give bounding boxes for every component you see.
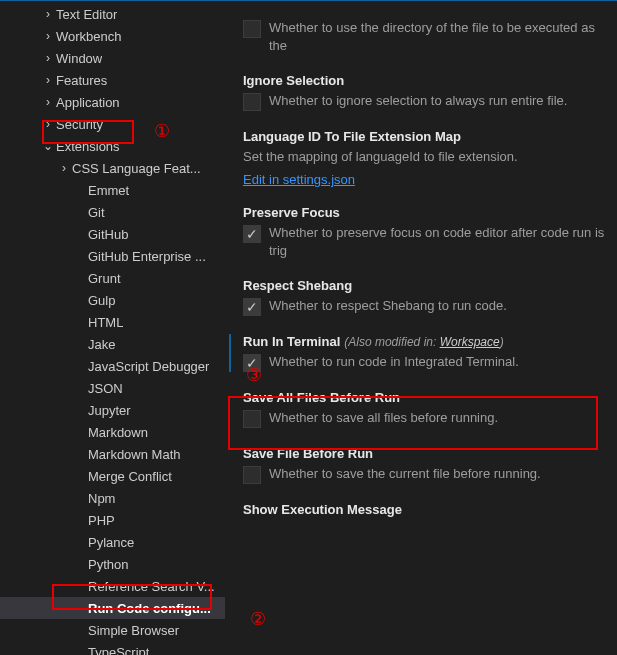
tree-item-label: Extensions [56, 139, 120, 154]
tree-item[interactable]: ›Simple Browser [0, 619, 225, 641]
chevron-right-icon: › [40, 51, 56, 65]
tree-item[interactable]: ›HTML [0, 311, 225, 333]
tree-item-label: Grunt [88, 271, 121, 286]
checkbox[interactable]: ✓ [243, 466, 261, 484]
setting-save-all-files: Save All Files Before Run✓Whether to sav… [243, 390, 607, 428]
tree-item-label: Workbench [56, 29, 122, 44]
checkbox[interactable]: ✓ [243, 225, 261, 243]
tree-item[interactable]: ›Merge Conflict [0, 465, 225, 487]
tree-item[interactable]: ›GitHub [0, 223, 225, 245]
tree-item-label: Merge Conflict [88, 469, 172, 484]
tree-item[interactable]: ›Markdown Math [0, 443, 225, 465]
setting-title-text: Ignore Selection [243, 73, 344, 88]
tree-item-label: JSON [88, 381, 123, 396]
setting-description: Whether to run code in Integrated Termin… [269, 353, 519, 371]
tree-item[interactable]: ⌄Extensions [0, 135, 225, 157]
tree-item[interactable]: ›Security [0, 113, 225, 135]
setting-title-text: Show Execution Message [243, 502, 402, 517]
tree-item-label: Python [88, 557, 128, 572]
setting-title: Save All Files Before Run [243, 390, 607, 405]
tree-item[interactable]: ›Pylance [0, 531, 225, 553]
setting-title-text: Language ID To File Extension Map [243, 129, 461, 144]
setting-cwd-file-dir: ✓Whether to use the directory of the fil… [243, 19, 607, 55]
setting-ignore-selection: Ignore Selection✓Whether to ignore selec… [243, 73, 607, 111]
settings-sidebar: ›Text Editor›Workbench›Window›Features›A… [0, 1, 225, 655]
checkbox[interactable]: ✓ [243, 298, 261, 316]
checkbox[interactable]: ✓ [243, 354, 261, 372]
setting-title-text: Save File Before Run [243, 446, 373, 461]
tree-item[interactable]: ›Markdown [0, 421, 225, 443]
tree-item[interactable]: ›Text Editor [0, 3, 225, 25]
tree-item-label: Text Editor [56, 7, 117, 22]
setting-description: Set the mapping of languageId to file ex… [243, 148, 607, 166]
tree-item[interactable]: ›Npm [0, 487, 225, 509]
setting-description: Whether to save all files before running… [269, 409, 498, 427]
setting-preserve-focus: Preserve Focus✓Whether to preserve focus… [243, 205, 607, 260]
setting-checkbox-row: ✓Whether to save all files before runnin… [243, 409, 607, 428]
tree-item[interactable]: ›CSS Language Feat... [0, 157, 225, 179]
tree-item[interactable]: ›PHP [0, 509, 225, 531]
setting-title: Preserve Focus [243, 205, 607, 220]
setting-show-exec-msg: Show Execution Message [243, 502, 607, 517]
checkbox[interactable]: ✓ [243, 20, 261, 38]
tree-item-label: CSS Language Feat... [72, 161, 201, 176]
tree-item[interactable]: ›Jake [0, 333, 225, 355]
tree-item[interactable]: ›Python [0, 553, 225, 575]
tree-item[interactable]: ›Reference Search V... [0, 575, 225, 597]
scope-link[interactable]: Workspace [440, 335, 500, 349]
tree-item[interactable]: ›Gulp [0, 289, 225, 311]
tree-item[interactable]: ›Window [0, 47, 225, 69]
tree-item[interactable]: ›Features [0, 69, 225, 91]
checkbox[interactable]: ✓ [243, 93, 261, 111]
setting-save-file: Save File Before Run✓Whether to save the… [243, 446, 607, 484]
setting-title-text: Run In Terminal [243, 334, 340, 349]
tree-item-label: Npm [88, 491, 115, 506]
settings-content: ✓Whether to use the directory of the fil… [225, 1, 617, 655]
tree-item-label: Gulp [88, 293, 115, 308]
edit-in-settings-json-link[interactable]: Edit in settings.json [243, 172, 355, 187]
tree-item-label: Simple Browser [88, 623, 179, 638]
tree-item-label: JavaScript Debugger [88, 359, 209, 374]
setting-run-in-terminal: Run In Terminal(Also modified in: Worksp… [229, 334, 607, 372]
tree-item[interactable]: ›Git [0, 201, 225, 223]
tree-item-label: Markdown Math [88, 447, 180, 462]
setting-description: Whether to save the current file before … [269, 465, 541, 483]
setting-title-text: Preserve Focus [243, 205, 340, 220]
setting-respect-shebang: Respect Shebang✓Whether to respect Sheba… [243, 278, 607, 316]
tree-item-label: HTML [88, 315, 123, 330]
tree-item[interactable]: ›Application [0, 91, 225, 113]
setting-description: Whether to ignore selection to always ru… [269, 92, 567, 110]
tree-item[interactable]: ›GitHub Enterprise ... [0, 245, 225, 267]
setting-checkbox-row: ✓Whether to run code in Integrated Termi… [243, 353, 607, 372]
tree-item[interactable]: ›JSON [0, 377, 225, 399]
setting-lang-id-map: Language ID To File Extension MapSet the… [243, 129, 607, 187]
tree-item-label: Security [56, 117, 103, 132]
setting-scope: (Also modified in: Workspace) [344, 335, 503, 349]
setting-title: Save File Before Run [243, 446, 607, 461]
tree-item-label: Git [88, 205, 105, 220]
tree-item[interactable]: ›TypeScript [0, 641, 225, 655]
tree-item[interactable]: ›Jupyter [0, 399, 225, 421]
tree-item[interactable]: ›Workbench [0, 25, 225, 47]
tree-item-label: Jupyter [88, 403, 131, 418]
tree-item-label: Markdown [88, 425, 148, 440]
tree-item[interactable]: ›Grunt [0, 267, 225, 289]
chevron-right-icon: › [56, 161, 72, 175]
setting-title-text: Save All Files Before Run [243, 390, 400, 405]
setting-checkbox-row: ✓Whether to preserve focus on code edito… [243, 224, 607, 260]
tree-item-label: Emmet [88, 183, 129, 198]
tree-item[interactable]: ›Emmet [0, 179, 225, 201]
setting-checkbox-row: ✓Whether to save the current file before… [243, 465, 607, 484]
chevron-right-icon: › [40, 29, 56, 43]
chevron-right-icon: › [40, 95, 56, 109]
tree-item-label: GitHub Enterprise ... [88, 249, 206, 264]
setting-description: Whether to respect Shebang to run code. [269, 297, 507, 315]
chevron-right-icon: › [40, 117, 56, 131]
tree-item-label: Pylance [88, 535, 134, 550]
checkbox[interactable]: ✓ [243, 410, 261, 428]
tree-item-label: Reference Search V... [88, 579, 215, 594]
tree-item[interactable]: ›JavaScript Debugger [0, 355, 225, 377]
setting-title: Language ID To File Extension Map [243, 129, 607, 144]
setting-checkbox-row: ✓Whether to respect Shebang to run code. [243, 297, 607, 316]
tree-item[interactable]: ›Run Code configu... [0, 597, 225, 619]
